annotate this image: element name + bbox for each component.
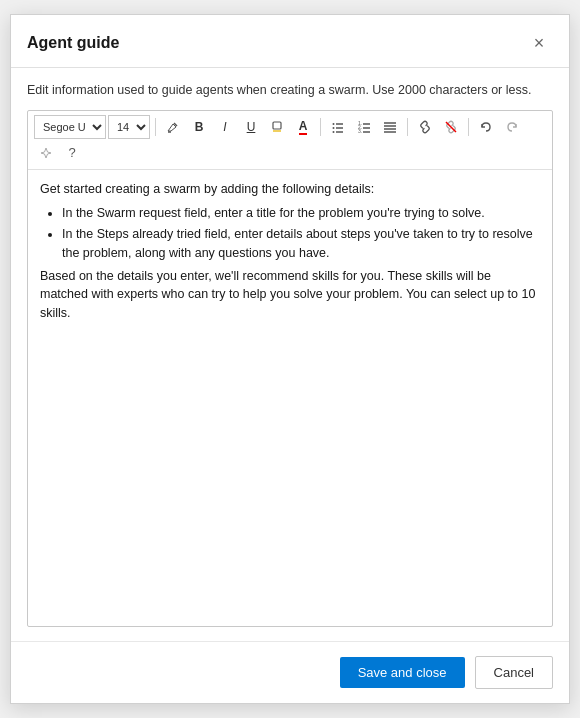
dialog-header: Agent guide ×	[11, 15, 569, 68]
unordered-list-button[interactable]	[326, 115, 350, 139]
svg-rect-1	[273, 130, 281, 132]
font-size-select[interactable]: 14 12 16 18	[108, 115, 150, 139]
toolbar: Segoe UI Arial Calibri 14 12 16 18	[28, 111, 552, 170]
special-button[interactable]	[34, 141, 58, 165]
cancel-button[interactable]: Cancel	[475, 656, 553, 689]
ordered-list-icon: 1. 2. 3.	[357, 120, 371, 134]
close-button[interactable]: ×	[525, 29, 553, 57]
editor-content-area[interactable]: Get started creating a swarm by adding t…	[28, 170, 552, 627]
brush-icon	[166, 120, 180, 134]
link-icon	[418, 120, 432, 134]
undo-icon	[479, 120, 493, 134]
editor-bullet-1: In the Swarm request field, enter a titl…	[62, 204, 540, 223]
remove-link-button[interactable]	[439, 115, 463, 139]
underline-button[interactable]: U	[239, 115, 263, 139]
svg-point-2	[333, 123, 335, 125]
svg-rect-0	[273, 122, 281, 129]
svg-text:3.: 3.	[358, 128, 362, 134]
font-color-button[interactable]: A	[291, 115, 315, 139]
align-justify-icon	[383, 120, 397, 134]
unordered-list-icon	[331, 120, 345, 134]
toolbar-separator-2	[320, 118, 321, 136]
bold-button[interactable]: B	[187, 115, 211, 139]
magic-icon	[39, 146, 53, 160]
undo-button[interactable]	[474, 115, 498, 139]
toolbar-separator-4	[468, 118, 469, 136]
highlight-icon	[270, 120, 284, 134]
dialog-title: Agent guide	[27, 34, 119, 52]
ordered-list-button[interactable]: 1. 2. 3.	[352, 115, 376, 139]
description-text: Edit information used to guide agents wh…	[27, 82, 553, 100]
dialog-footer: Save and close Cancel	[11, 641, 569, 703]
svg-point-4	[333, 127, 335, 129]
redo-button[interactable]	[500, 115, 524, 139]
toolbar-separator-1	[155, 118, 156, 136]
remove-link-icon	[444, 120, 458, 134]
svg-point-6	[333, 131, 335, 133]
editor-container: Segoe UI Arial Calibri 14 12 16 18	[27, 110, 553, 628]
clear-formatting-button[interactable]	[161, 115, 185, 139]
save-close-button[interactable]: Save and close	[340, 657, 465, 688]
dialog-body: Edit information used to guide agents wh…	[11, 68, 569, 641]
editor-bullet-2: In the Steps already tried field, enter …	[62, 225, 540, 263]
highlight-button[interactable]	[265, 115, 289, 139]
font-family-select[interactable]: Segoe UI Arial Calibri	[34, 115, 106, 139]
editor-footer-text: Based on the details you enter, we'll re…	[40, 267, 540, 323]
align-justify-button[interactable]	[378, 115, 402, 139]
toolbar-separator-3	[407, 118, 408, 136]
italic-button[interactable]: I	[213, 115, 237, 139]
redo-icon	[505, 120, 519, 134]
agent-guide-dialog: Agent guide × Edit information used to g…	[10, 14, 570, 704]
help-button[interactable]: ?	[60, 141, 84, 165]
editor-intro-text: Get started creating a swarm by adding t…	[40, 180, 540, 199]
link-button[interactable]	[413, 115, 437, 139]
